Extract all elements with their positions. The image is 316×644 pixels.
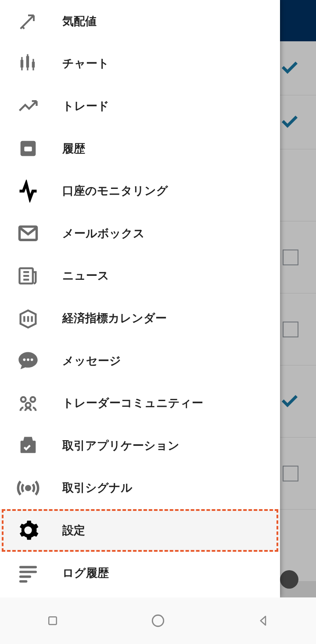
home-button[interactable]: [149, 611, 167, 630]
nav-label: 経済指標カレンダー: [62, 311, 167, 326]
nav-label: 気配値: [62, 14, 97, 29]
nav-label: 取引アプリケーション: [62, 438, 180, 453]
nav-label: メールボックス: [62, 226, 145, 241]
nav-item-settings[interactable]: 設定: [0, 509, 280, 552]
svg-point-18: [21, 397, 26, 402]
signals-icon: [16, 476, 40, 500]
highlight-box: [2, 509, 278, 552]
nav-item-community[interactable]: トレーダーコミュニティー: [0, 382, 280, 424]
history-icon: [16, 136, 40, 161]
svg-point-21: [26, 486, 30, 490]
nav-item-trade[interactable]: トレード: [0, 85, 280, 127]
news-icon: [16, 264, 40, 288]
nav-item-mailbox[interactable]: メールボックス: [0, 212, 280, 255]
system-navbar: [0, 597, 316, 644]
nav-item-chart[interactable]: チャート: [0, 43, 280, 85]
nav-label: 口座のモニタリング: [62, 183, 168, 199]
nav-label: メッセージ: [62, 353, 121, 369]
recent-apps-button[interactable]: [43, 611, 62, 630]
nav-item-quotes[interactable]: 気配値: [0, 0, 280, 43]
trade-icon: [16, 94, 40, 118]
apps-icon: [16, 433, 40, 458]
messages-icon: [16, 348, 40, 373]
svg-point-19: [30, 397, 35, 402]
log-icon: [16, 561, 40, 585]
nav-item-history[interactable]: 履歴: [0, 127, 280, 170]
back-button[interactable]: [254, 611, 273, 630]
svg-point-22: [25, 528, 31, 533]
svg-rect-27: [49, 617, 57, 625]
nav-item-messages[interactable]: メッセージ: [0, 340, 280, 382]
mailbox-icon: [16, 221, 40, 246]
calendar-icon: [16, 306, 40, 330]
nav-item-log[interactable]: ログ履歴: [0, 552, 280, 594]
chart-icon: [16, 51, 40, 76]
nav-label: チャート: [62, 56, 109, 71]
nav-item-monitoring[interactable]: 口座のモニタリング: [0, 170, 280, 212]
community-icon: [16, 391, 40, 416]
svg-point-15: [23, 358, 26, 361]
nav-item-calendar[interactable]: 経済指標カレンダー: [0, 297, 280, 340]
app-root: 気配値 チャート トレード 履歴 口座のモニタリング: [0, 0, 316, 644]
navigation-drawer: 気配値 チャート トレード 履歴 口座のモニタリング: [0, 0, 280, 597]
nav-label: トレーダーコミュニティー: [62, 395, 203, 411]
monitoring-icon: [16, 179, 40, 203]
nav-label: ログ履歴: [62, 565, 109, 581]
svg-point-17: [31, 358, 33, 361]
nav-label: 設定: [62, 523, 85, 538]
nav-label: トレード: [62, 98, 109, 114]
nav-item-apps[interactable]: 取引アプリケーション: [0, 424, 280, 467]
nav-item-news[interactable]: ニュース: [0, 255, 280, 297]
nav-label: 履歴: [62, 141, 85, 156]
quotes-icon: [16, 9, 40, 33]
svg-point-16: [27, 358, 29, 361]
nav-label: ニュース: [62, 268, 109, 283]
nav-item-signals[interactable]: 取引シグナル: [0, 467, 280, 510]
svg-point-28: [152, 615, 164, 626]
nav-label: 取引シグナル: [62, 480, 133, 496]
svg-point-20: [26, 403, 31, 408]
svg-rect-6: [24, 147, 32, 152]
settings-icon: [16, 518, 40, 543]
